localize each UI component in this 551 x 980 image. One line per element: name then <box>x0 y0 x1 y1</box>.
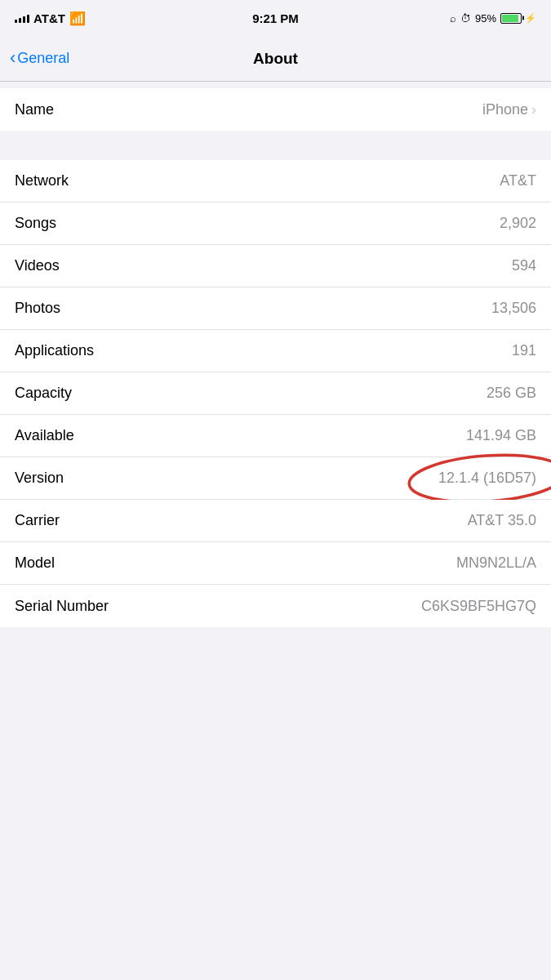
signal-bar-3 <box>23 16 25 23</box>
battery-container: ⚡ <box>500 13 536 24</box>
status-time: 9:21 PM <box>252 11 299 25</box>
table-row-applications: Applications 191 <box>0 330 551 372</box>
row-value-songs: 2,902 <box>500 215 536 232</box>
row-value-videos: 594 <box>512 257 536 274</box>
row-value-network: AT&T <box>500 172 536 189</box>
wifi-icon: 📶 <box>69 11 86 26</box>
row-value-capacity: 256 GB <box>487 385 536 402</box>
status-right: ⌕ ⏱ 95% ⚡ <box>450 12 536 24</box>
table-row-model: Model MN9N2LL/A <box>0 542 551 585</box>
signal-bar-4 <box>27 15 29 23</box>
battery-bolt-icon: ⚡ <box>525 13 536 24</box>
table-row-available: Available 141.94 GB <box>0 415 551 457</box>
row-value-applications: 191 <box>512 342 536 359</box>
row-value-carrier: AT&T 35.0 <box>468 512 536 529</box>
row-label-videos: Videos <box>15 257 60 274</box>
table-row-capacity: Capacity 256 GB <box>0 372 551 415</box>
battery-pct: 95% <box>475 12 496 24</box>
section-gap-1 <box>0 131 551 160</box>
row-value-photos: 13,506 <box>491 300 536 317</box>
table-row-videos: Videos 594 <box>0 245 551 287</box>
nav-bar: ‹ General About <box>0 36 551 82</box>
row-label-version: Version <box>15 470 64 487</box>
page-title: About <box>253 50 298 68</box>
back-chevron-icon: ‹ <box>10 47 16 69</box>
carrier-label: AT&T <box>33 11 65 25</box>
row-label-network: Network <box>15 172 69 189</box>
location-icon: ⌕ <box>450 12 456 24</box>
status-left: AT&T 📶 <box>15 11 86 26</box>
name-section: Name iPhone › <box>0 88 551 131</box>
status-bar: AT&T 📶 9:21 PM ⌕ ⏱ 95% ⚡ <box>0 0 551 36</box>
row-label-photos: Photos <box>15 300 60 317</box>
table-row-songs: Songs 2,902 <box>0 203 551 245</box>
row-value-serial: C6KS9BF5HG7Q <box>421 598 536 615</box>
row-label-name: Name <box>15 101 54 118</box>
row-label-serial: Serial Number <box>15 598 109 615</box>
row-value-version: 12.1.4 (16D57) <box>438 470 536 487</box>
version-text: 12.1.4 (16D57) <box>438 470 536 487</box>
table-row-carrier: Carrier AT&T 35.0 <box>0 500 551 542</box>
battery-icon <box>500 13 522 24</box>
row-label-capacity: Capacity <box>15 385 72 402</box>
table-row-network: Network AT&T <box>0 160 551 203</box>
signal-bars-icon <box>15 13 29 23</box>
row-label-available: Available <box>15 427 74 444</box>
table-row-serial: Serial Number C6KS9BF5HG7Q <box>0 585 551 627</box>
alarm-icon: ⏱ <box>460 12 471 24</box>
name-value-text: iPhone <box>482 101 528 118</box>
row-label-applications: Applications <box>15 342 94 359</box>
row-value-available: 141.94 GB <box>466 427 536 444</box>
row-label-carrier: Carrier <box>15 512 60 529</box>
back-label: General <box>17 50 69 67</box>
row-label-songs: Songs <box>15 215 56 232</box>
signal-bar-2 <box>19 18 21 23</box>
back-button[interactable]: ‹ General <box>10 48 69 69</box>
battery-fill <box>502 15 518 22</box>
table-row-photos: Photos 13,506 <box>0 287 551 330</box>
table-row[interactable]: Name iPhone › <box>0 88 551 131</box>
table-row-version: Version 12.1.4 (16D57) <box>0 457 551 500</box>
info-section: Network AT&T Songs 2,902 Videos 594 Phot… <box>0 160 551 627</box>
chevron-icon: › <box>531 101 536 118</box>
row-label-model: Model <box>15 555 55 572</box>
row-value-model: MN9N2LL/A <box>456 555 536 572</box>
top-spacer <box>0 82 551 88</box>
row-value-name: iPhone › <box>482 101 536 118</box>
signal-bar-1 <box>15 20 17 23</box>
